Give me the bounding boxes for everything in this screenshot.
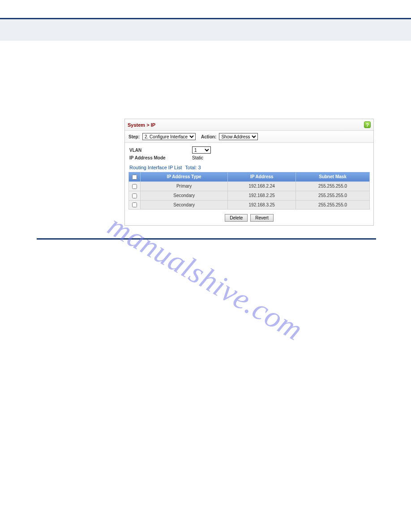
vlan-row: VLAN 1 xyxy=(129,146,369,154)
ip-mode-value: Static xyxy=(192,155,203,160)
header-band xyxy=(0,19,411,41)
list-title-text: Routing Interface IP List xyxy=(129,165,182,170)
table-row: Primary 192.168.2.24 255.255.255.0 xyxy=(129,181,370,191)
watermark-text: manualshive.com xyxy=(102,208,309,348)
table-row: Secondary 192.168.2.25 255.255.255.0 xyxy=(129,191,370,200)
ip-mode-row: IP Address Mode Static xyxy=(129,155,369,160)
cell-type: Secondary xyxy=(141,191,228,200)
cell-type: Primary xyxy=(141,181,228,191)
action-label: Action: xyxy=(201,134,216,139)
delete-button[interactable]: Delete xyxy=(225,214,248,222)
cell-mask: 255.255.255.0 xyxy=(296,191,370,200)
col-mask: Subnet Mask xyxy=(296,172,370,182)
select-all-header xyxy=(129,172,141,182)
cell-ip: 192.168.3.25 xyxy=(228,200,296,210)
config-panel: System > IP ? Step: 2. Configure Interfa… xyxy=(124,119,374,226)
help-icon[interactable]: ? xyxy=(364,121,371,128)
step-action-row: Step: 2. Configure Interface Action: Sho… xyxy=(125,131,373,143)
row-checkbox[interactable] xyxy=(132,193,137,198)
row-checkbox[interactable] xyxy=(132,184,137,189)
ip-list-table: IP Address Type IP Address Subnet Mask P… xyxy=(128,172,370,210)
action-select[interactable]: Show Address xyxy=(219,133,258,140)
breadcrumb: System > IP xyxy=(128,122,155,128)
vlan-select[interactable]: 1 xyxy=(192,146,211,154)
step-select[interactable]: 2. Configure Interface xyxy=(142,133,196,140)
list-total: Total: 3 xyxy=(185,165,201,170)
cell-mask: 255.255.255.0 xyxy=(296,200,370,210)
cell-ip: 192.168.2.24 xyxy=(228,181,296,191)
col-ip: IP Address xyxy=(228,172,296,182)
step-label: Step: xyxy=(128,134,140,139)
vlan-label: VLAN xyxy=(129,148,192,153)
cell-ip: 192.168.2.25 xyxy=(228,191,296,200)
ip-mode-label: IP Address Mode xyxy=(129,155,192,160)
row-checkbox[interactable] xyxy=(132,202,137,207)
cell-type: Secondary xyxy=(141,200,228,210)
form-area: VLAN 1 IP Address Mode Static xyxy=(125,143,373,165)
select-all-checkbox[interactable] xyxy=(132,175,137,180)
section-rule xyxy=(37,238,376,240)
table-row: Secondary 192.168.3.25 255.255.255.0 xyxy=(129,200,370,210)
list-title: Routing Interface IP List Total: 3 xyxy=(125,165,373,172)
revert-button[interactable]: Revert xyxy=(250,214,273,222)
cell-mask: 255.255.255.0 xyxy=(296,181,370,191)
panel-header: System > IP ? xyxy=(125,119,373,131)
col-type: IP Address Type xyxy=(141,172,228,182)
button-row: Delete Revert xyxy=(125,210,373,225)
